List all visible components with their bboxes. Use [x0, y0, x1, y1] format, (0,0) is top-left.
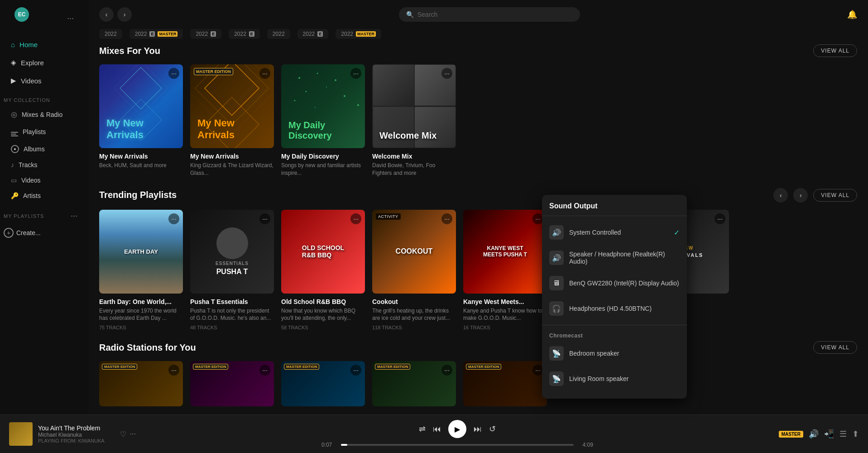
playlists-menu-dots[interactable]: ···: [71, 211, 77, 221]
radio-card-3[interactable]: MASTER EDITION ···: [372, 361, 456, 410]
playlists-view-all-button[interactable]: VIEW ALL: [813, 189, 857, 202]
plus-icon: +: [4, 228, 14, 238]
notifications-icon[interactable]: 🔔: [847, 10, 857, 19]
radio-view-all-button[interactable]: VIEW ALL: [813, 341, 857, 354]
playlist-card-4[interactable]: KANYE WESTMEETS PUSHA T ··· Kanye West M…: [463, 210, 547, 331]
back-button[interactable]: ‹: [99, 7, 114, 22]
playlist-tracks-4: 16 TRACKS: [463, 325, 547, 330]
album-icon: ●: [11, 145, 19, 153]
sidebar-top: EC ···: [0, 7, 88, 29]
realtek-label: Speaker / Headphone (Realtek(R) Audio): [569, 251, 680, 265]
master-badge: MASTER: [158, 31, 177, 37]
playlist-more-icon-3[interactable]: ···: [441, 213, 452, 224]
master-badge: MASTER: [356, 31, 376, 37]
airplay-button[interactable]: 📲: [824, 429, 834, 439]
sidebar-item-videos[interactable]: ▶ Videos: [7, 72, 81, 89]
progress-bar[interactable]: [341, 444, 574, 446]
next-button[interactable]: ⏭: [474, 424, 482, 434]
playlist-more-icon-1[interactable]: ···: [259, 213, 270, 224]
repeat-button[interactable]: ↺: [489, 424, 496, 434]
radio-more-icon-3[interactable]: ···: [441, 365, 452, 376]
playlist-more-icon-0[interactable]: ···: [168, 213, 179, 224]
bedroom-speaker-label: Bedroom speaker: [569, 350, 680, 357]
radio-more-icon-0[interactable]: ···: [168, 365, 179, 376]
mix-cover-3: Welcome Mix ···: [372, 64, 456, 148]
mix-title-3: Welcome Mix: [372, 153, 456, 160]
sidebar-item-playlists[interactable]: Playlists: [7, 123, 81, 140]
like-button[interactable]: ♡: [120, 430, 126, 439]
scroll-item-4: 2022: [267, 29, 290, 39]
mix-more-icon-1[interactable]: ···: [259, 68, 270, 79]
sound-output-item-system[interactable]: 🔊 System Controlled ✓: [542, 220, 687, 245]
sound-output-item-bedroom[interactable]: 📡 Bedroom speaker: [542, 341, 687, 366]
playlist-card-0[interactable]: EARTH DAY ··· Earth Day: One World,... E…: [99, 210, 183, 331]
playlist-tracks-0: 75 TRACKS: [99, 325, 183, 330]
play-pause-button[interactable]: ▶: [448, 420, 466, 438]
mix-more-icon-0[interactable]: ···: [168, 68, 179, 79]
mix-card-0[interactable]: My New Arrivals ··· My New Arrivals Beck…: [99, 64, 183, 177]
sidebar-item-videos[interactable]: ▭ Videos: [7, 173, 81, 188]
playlist-tracks-1: 48 TRACKS: [190, 325, 274, 330]
nav-arrows: ‹ ›: [99, 7, 132, 22]
avatar[interactable]: EC: [14, 7, 29, 22]
playlists-forward-button[interactable]: ›: [793, 188, 808, 202]
sidebar-item-artists[interactable]: 🔑 Artists: [7, 188, 81, 203]
forward-button[interactable]: ›: [117, 7, 132, 22]
radio-cover-3: MASTER EDITION ···: [372, 361, 456, 406]
playlist-more-icon-2[interactable]: ···: [350, 213, 361, 224]
sidebar-item-mixes[interactable]: ◎ Mixes & Radio: [7, 106, 81, 122]
sound-output-item-headphones[interactable]: 🎧 Headphones (HD 4.50BTNC): [542, 296, 687, 321]
explicit-badge: E: [249, 31, 254, 37]
playlist-card-2[interactable]: OLD SCHOOLR&B BBQ ··· Old School R&B BBQ…: [281, 210, 365, 331]
current-time: 0:07: [321, 442, 337, 448]
player-track: You Ain't The Problem Michael Kiwanuka P…: [9, 422, 136, 446]
mix-more-icon-2[interactable]: ···: [350, 68, 361, 79]
playlist-tracks-2: 58 TRACKS: [281, 325, 365, 330]
player-more-button[interactable]: ···: [130, 430, 136, 438]
playlist-card-1[interactable]: ESSENTIALS PUSHA T ··· Pusha T Essential…: [190, 210, 274, 331]
mix-more-icon-3[interactable]: ···: [441, 68, 452, 79]
radio-card-2[interactable]: MASTER EDITION ···: [281, 361, 365, 410]
radio-card-1[interactable]: MASTER EDITION ···: [190, 361, 274, 410]
playlists-section-header: Trending Playlists ‹ › VIEW ALL: [99, 188, 857, 202]
playlist-more-icon-6[interactable]: ···: [715, 213, 725, 224]
radio-cover-4: MASTER EDITION ···: [463, 361, 547, 406]
previous-button[interactable]: ⏮: [433, 424, 441, 434]
sound-output-item-benq[interactable]: 🖥 BenQ GW2280 (Intel(R) Display Audio): [542, 270, 687, 296]
svg-point-10: [335, 79, 336, 81]
mix-card-3[interactable]: Welcome Mix ··· Welcome Mix David Bowie,…: [372, 64, 456, 177]
search-icon: 🔍: [406, 11, 414, 18]
explicit-badge: E: [317, 31, 323, 37]
header-right: 🔔: [847, 10, 857, 19]
search-input[interactable]: [417, 11, 573, 18]
create-playlist-button[interactable]: + Create...: [0, 224, 88, 241]
radio-more-icon-2[interactable]: ···: [350, 365, 361, 376]
mix-card-2[interactable]: My Daily Discovery ··· My Daily Discover…: [281, 64, 365, 177]
playlists-back-button[interactable]: ‹: [773, 188, 788, 202]
video-icon: ▭: [11, 177, 17, 184]
sidebar-item-home[interactable]: ⌂ Home: [7, 36, 81, 53]
radio-section: Radio Stations for You VIEW ALL MASTER E…: [88, 341, 868, 414]
radio-card-0[interactable]: MASTER EDITION ···: [99, 361, 183, 410]
sidebar-item-tracks[interactable]: ♪ Tracks: [7, 158, 81, 172]
check-icon: ✓: [674, 228, 680, 237]
sidebar-item-albums[interactable]: ● Albums: [7, 141, 81, 157]
mixes-view-all-button[interactable]: VIEW ALL: [813, 44, 857, 57]
radio-more-icon-1[interactable]: ···: [259, 365, 270, 376]
volume-button[interactable]: 🔊: [809, 429, 819, 439]
player-buttons: ⇌ ⏮ ▶ ⏭ ↺: [419, 420, 496, 438]
radio-card-4[interactable]: MASTER EDITION ···: [463, 361, 547, 410]
shuffle-button[interactable]: ⇌: [419, 424, 426, 434]
speaker-icon: 🔊: [549, 225, 564, 240]
player-controls: ⇌ ⏮ ▶ ⏭ ↺ 0:07 4:09: [145, 420, 770, 448]
sidebar-menu-dots[interactable]: ···: [67, 14, 74, 23]
search-box[interactable]: 🔍: [399, 7, 580, 22]
sound-output-item-realtek[interactable]: 🔊 Speaker / Headphone (Realtek(R) Audio): [542, 245, 687, 270]
mix-card-1[interactable]: MASTER EDITION My New Arrivals ··· My Ne…: [190, 64, 274, 177]
expand-button[interactable]: ⬆: [852, 429, 859, 439]
sound-output-item-living-room[interactable]: 📡 Living Room speaker: [542, 366, 687, 391]
mix-subtitle-3: David Bowie, Trivium, Foo Fighters and m…: [372, 162, 456, 177]
queue-button[interactable]: ☰: [839, 429, 847, 439]
sidebar-item-explore[interactable]: ◈ Explore: [7, 54, 81, 71]
playlist-card-3[interactable]: COOKOUT ACTIVITY ··· Cookout The grill's…: [372, 210, 456, 331]
